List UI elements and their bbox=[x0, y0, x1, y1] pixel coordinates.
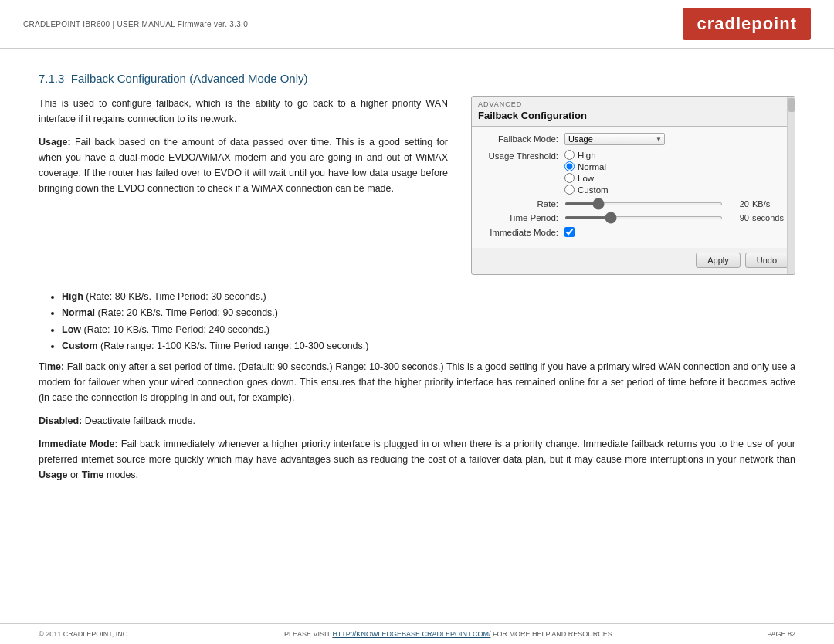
footer-link[interactable]: HTTP://KNOWLEDGEBASE.CRADLEPOINT.COM/ bbox=[332, 630, 490, 638]
disabled-paragraph: Disabled: Deactivate failback mode. bbox=[39, 413, 795, 429]
threshold-normal-option[interactable]: Normal bbox=[564, 161, 609, 171]
bullet-list: High (Rate: 80 KB/s. Time Period: 30 sec… bbox=[62, 289, 795, 354]
list-item: Low (Rate: 10 KB/s. Time Period: 240 sec… bbox=[62, 322, 795, 338]
usage-ref: Usage bbox=[39, 469, 68, 480]
time-period-slider[interactable] bbox=[564, 216, 723, 219]
threshold-low-radio[interactable] bbox=[564, 173, 575, 183]
panel-buttons: Apply Undo bbox=[472, 248, 795, 274]
threshold-custom-option[interactable]: Custom bbox=[564, 185, 609, 195]
threshold-radio-group: High Normal Low bbox=[564, 150, 609, 195]
footer-right: PAGE 82 bbox=[767, 630, 795, 638]
two-column-layout: This is used to configure failback, whic… bbox=[39, 96, 795, 275]
time-paragraph: Time: Fail back only after a set period … bbox=[39, 359, 795, 405]
time-ref: Time bbox=[82, 469, 104, 480]
time-period-slider-row: 90 seconds bbox=[564, 213, 787, 222]
usage-threshold-label: Usage Threshold: bbox=[480, 150, 564, 161]
failback-mode-label: Failback Mode: bbox=[480, 134, 564, 144]
list-item: Normal (Rate: 20 KB/s. Time Period: 90 s… bbox=[62, 305, 795, 321]
time-bold-label: Time: bbox=[39, 361, 64, 372]
immediate-mode-checkbox-wrapper[interactable] bbox=[564, 227, 575, 237]
rate-label: Rate: bbox=[480, 199, 564, 208]
time-period-unit: seconds bbox=[752, 213, 787, 222]
apply-button[interactable]: Apply bbox=[696, 253, 741, 268]
immediate-mode-label: Immediate Mode: bbox=[480, 228, 564, 237]
threshold-low-option[interactable]: Low bbox=[564, 173, 609, 183]
threshold-high-label: High bbox=[578, 151, 596, 160]
immediate-mode-row: Immediate Mode: bbox=[480, 227, 787, 237]
logo-text: cradlepoint bbox=[697, 14, 797, 33]
time-period-value: 90 bbox=[727, 213, 749, 222]
threshold-high-radio[interactable] bbox=[564, 150, 575, 160]
intro-paragraph: This is used to configure failback, whic… bbox=[39, 96, 448, 127]
rate-value: 20 bbox=[727, 199, 749, 208]
undo-button[interactable]: Undo bbox=[745, 253, 788, 268]
usage-threshold-row: Usage Threshold: High Normal bbox=[480, 150, 787, 195]
footer-center-suffix: FOR MORE HELP AND RESOURCES bbox=[493, 630, 612, 638]
logo-box: cradlepoint bbox=[683, 8, 811, 40]
rate-slider-row: 20 KB/s bbox=[564, 199, 787, 208]
threshold-low-label: Low bbox=[578, 174, 594, 183]
threshold-normal-radio[interactable] bbox=[564, 161, 575, 171]
list-item: Custom (Rate range: 1-100 KB/s. Time Per… bbox=[62, 338, 795, 354]
panel-advanced-label: ADVANCED bbox=[472, 97, 795, 108]
usage-bold-label: Usage: bbox=[39, 137, 71, 147]
usage-paragraph: Usage: Fail back based on the amount of … bbox=[39, 134, 448, 196]
threshold-high-option[interactable]: High bbox=[564, 150, 609, 160]
page-footer: © 2011 CRADLEPOINT, INC. PLEASE VISIT HT… bbox=[0, 623, 834, 644]
left-column: This is used to configure failback, whic… bbox=[39, 96, 448, 275]
time-period-label: Time Period: bbox=[480, 213, 564, 222]
right-column: ADVANCED Failback Configuration Failback… bbox=[471, 96, 795, 275]
footer-left: © 2011 CRADLEPOINT, INC. bbox=[39, 630, 130, 638]
immediate-mode-checkbox[interactable] bbox=[564, 227, 575, 237]
threshold-normal-label: Normal bbox=[578, 162, 606, 171]
rate-row: Rate: 20 KB/s bbox=[480, 199, 787, 208]
failback-mode-select-wrapper[interactable]: Usage Time Disabled Immediate Mode bbox=[564, 133, 665, 145]
threshold-custom-label: Custom bbox=[578, 185, 609, 195]
immediate-bold-label: Immediate Mode: bbox=[39, 439, 118, 449]
footer-center-prefix: PLEASE VISIT bbox=[284, 630, 332, 638]
failback-mode-select[interactable]: Usage Time Disabled Immediate Mode bbox=[564, 133, 665, 145]
main-content: 7.1.3 Failback Configuration (Advanced M… bbox=[0, 49, 834, 506]
panel-body: Failback Mode: Usage Time Disabled Immed… bbox=[472, 127, 795, 248]
rate-unit: KB/s bbox=[752, 199, 787, 208]
page-header: CRADLEPOINT IBR600 | USER MANUAL Firmwar… bbox=[0, 0, 834, 49]
list-item: High (Rate: 80 KB/s. Time Period: 30 sec… bbox=[62, 289, 795, 305]
rate-slider[interactable] bbox=[564, 202, 723, 205]
immediate-mode-paragraph: Immediate Mode: Fail back immediately wh… bbox=[39, 436, 795, 483]
failback-config-panel: ADVANCED Failback Configuration Failback… bbox=[471, 96, 795, 275]
section-title: 7.1.3 Failback Configuration (Advanced M… bbox=[39, 72, 795, 85]
header-title: CRADLEPOINT IBR600 | USER MANUAL Firmwar… bbox=[23, 20, 248, 29]
time-period-row: Time Period: 90 seconds bbox=[480, 213, 787, 222]
footer-center: PLEASE VISIT HTTP://KNOWLEDGEBASE.CRADLE… bbox=[284, 630, 612, 638]
threshold-custom-radio[interactable] bbox=[564, 185, 575, 195]
failback-mode-row: Failback Mode: Usage Time Disabled Immed… bbox=[480, 133, 787, 145]
disabled-bold-label: Disabled: bbox=[39, 415, 82, 426]
panel-title: Failback Configuration bbox=[472, 108, 795, 127]
